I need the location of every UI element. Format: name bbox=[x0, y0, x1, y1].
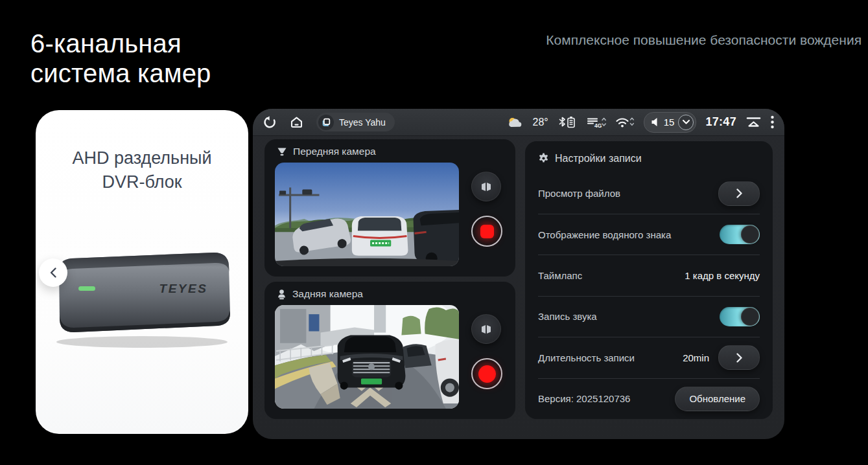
promo-card: AHD раздельный DVR-блок TEYES bbox=[36, 110, 248, 434]
clock: 17:47 bbox=[705, 115, 736, 129]
running-app-pill[interactable]: Teyes Yahu bbox=[316, 113, 395, 131]
record-stop-icon bbox=[480, 225, 494, 238]
collapse-icon bbox=[745, 116, 762, 128]
timelapse-value: 1 кадр в секунду bbox=[685, 270, 760, 281]
page-subtitle: Комплексное повышение безопасности вожде… bbox=[546, 32, 862, 48]
front-camera-card: Передняя камера bbox=[264, 139, 515, 277]
setting-row-version: Версия: 2025120736 Обновление bbox=[538, 379, 760, 419]
chevron-left-icon bbox=[49, 267, 58, 278]
rear-record-button[interactable] bbox=[471, 358, 502, 389]
setting-row-timelapse[interactable]: Таймлапс 1 кадр в секунду bbox=[538, 255, 760, 295]
bluetooth-battery-indicator bbox=[557, 115, 577, 129]
front-record-button[interactable] bbox=[471, 216, 502, 247]
volume-pill[interactable]: 15 bbox=[644, 112, 697, 133]
collapse-panel-button[interactable] bbox=[745, 116, 762, 128]
carousel-prev-button[interactable] bbox=[39, 258, 67, 287]
front-camera-icon bbox=[276, 146, 288, 157]
setting-label: Запись звука bbox=[538, 311, 597, 322]
setting-row-record-duration: Длительность записи 20min bbox=[538, 337, 760, 378]
settings-header: Настройки записи bbox=[555, 153, 642, 164]
network-type-label: 4G bbox=[594, 122, 602, 129]
home-icon bbox=[290, 116, 303, 129]
head-unit-screen: Teyes Yahu 28° bbox=[253, 109, 784, 439]
audio-record-toggle[interactable] bbox=[720, 307, 760, 326]
watermark-toggle[interactable] bbox=[720, 225, 760, 244]
page: 6-канальная система камер Комплексное по… bbox=[0, 0, 868, 465]
back-icon bbox=[263, 115, 277, 129]
device-brand-label: TEYES bbox=[159, 282, 208, 295]
setting-label: Отображение водяного знака bbox=[538, 229, 671, 240]
home-button[interactable] bbox=[290, 116, 303, 129]
page-title-line1: 6-канальная bbox=[30, 28, 211, 58]
dual-view-icon bbox=[480, 181, 493, 192]
page-title-line2: система камер bbox=[30, 58, 211, 88]
front-dual-view-button[interactable] bbox=[471, 172, 501, 201]
kebab-menu-icon bbox=[771, 115, 774, 129]
page-title: 6-канальная система камер bbox=[30, 28, 211, 88]
rear-camera-card: Задняя камера bbox=[264, 282, 515, 419]
chevron-right-icon bbox=[736, 188, 742, 198]
rear-camera-label: Задняя камера bbox=[292, 288, 363, 300]
recording-settings-card: Настройки записи Просмотр файлов Отображ… bbox=[525, 141, 773, 419]
chevron-down-icon bbox=[683, 120, 690, 124]
update-button[interactable]: Обновление bbox=[675, 387, 760, 411]
overflow-menu-button[interactable] bbox=[771, 115, 774, 129]
volume-level: 15 bbox=[664, 117, 675, 128]
volume-expand-button[interactable] bbox=[678, 115, 694, 130]
setting-label: Таймлапс bbox=[538, 270, 582, 281]
wifi-indicator bbox=[615, 116, 635, 128]
record-start-icon bbox=[478, 365, 496, 383]
rear-camera-icon bbox=[276, 289, 287, 300]
file-browser-open-button[interactable] bbox=[718, 181, 760, 206]
dvr-device-image: TEYES bbox=[45, 245, 239, 355]
chevron-right-icon bbox=[736, 353, 742, 363]
promo-caption-line1: AHD раздельный bbox=[36, 146, 248, 170]
setting-row-file-browser: Просмотр файлов bbox=[538, 174, 760, 214]
front-camera-feed[interactable] bbox=[275, 163, 459, 266]
firmware-version-label: Версия: 2025120736 bbox=[538, 393, 630, 404]
record-duration-open-button[interactable] bbox=[718, 345, 760, 370]
temperature-label: 28° bbox=[533, 117, 548, 128]
rear-dual-view-button[interactable] bbox=[471, 314, 501, 344]
setting-label: Просмотр файлов bbox=[538, 188, 620, 199]
weather-icon bbox=[507, 116, 524, 128]
setting-row-audio-record: Запись звука bbox=[538, 297, 760, 337]
status-bar: Teyes Yahu 28° bbox=[253, 109, 784, 136]
promo-caption-line2: DVR-блок bbox=[36, 170, 248, 194]
cellular-4g-indicator: 4G bbox=[586, 116, 606, 129]
speaker-icon bbox=[651, 117, 660, 127]
promo-caption: AHD раздельный DVR-блок bbox=[36, 146, 248, 194]
toggle-knob bbox=[741, 308, 759, 326]
running-app-name: Teyes Yahu bbox=[339, 117, 386, 128]
recent-apps-icon bbox=[318, 115, 334, 130]
rear-camera-feed[interactable] bbox=[275, 305, 459, 409]
toggle-knob bbox=[741, 225, 759, 244]
device-led bbox=[78, 286, 95, 291]
bluetooth-icon bbox=[559, 118, 565, 126]
dual-view-icon bbox=[480, 324, 493, 335]
record-duration-value: 20min bbox=[683, 352, 709, 363]
setting-row-watermark: Отображение водяного знака bbox=[538, 214, 760, 255]
back-button[interactable] bbox=[263, 115, 277, 129]
front-camera-label: Передняя камера bbox=[293, 146, 376, 157]
gear-icon bbox=[538, 153, 549, 164]
setting-label: Длительность записи bbox=[538, 352, 635, 363]
